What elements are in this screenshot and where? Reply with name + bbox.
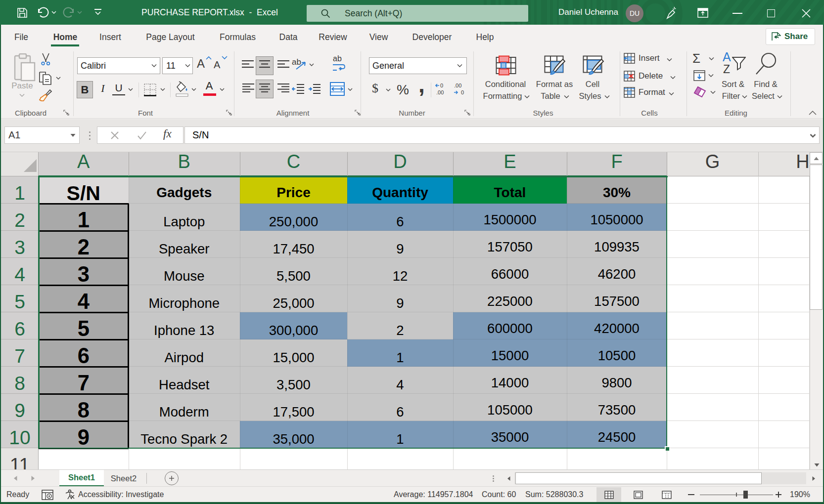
svg-text:.00: .00	[436, 89, 444, 95]
svg-text:.00: .00	[454, 83, 461, 88]
svg-text:0: 0	[440, 83, 443, 88]
svg-text:0: 0	[461, 89, 464, 95]
